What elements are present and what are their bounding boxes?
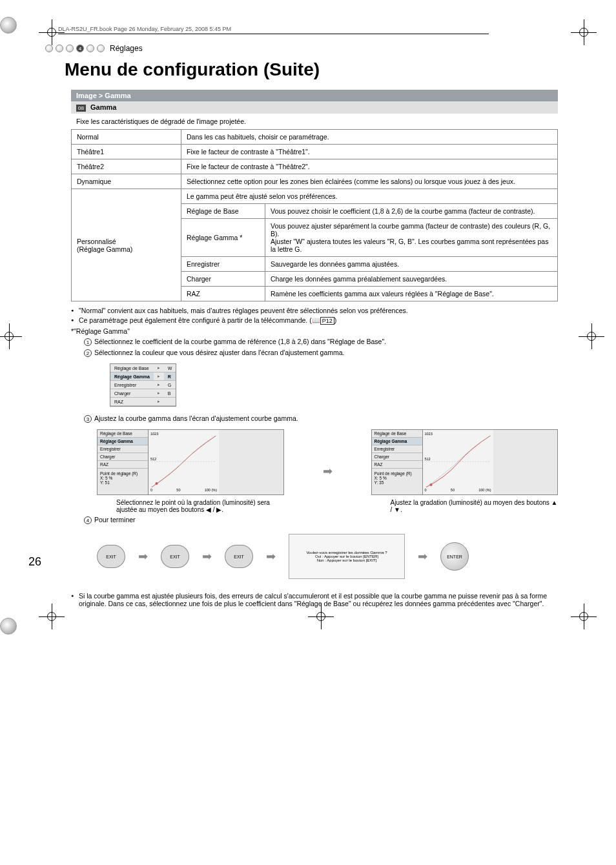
subopt-label: Enregistrer xyxy=(181,257,265,272)
save-dialog: Voulez-vous enregistrer les données Gamm… xyxy=(289,534,405,579)
note: Ce paramétrage peut également être confi… xyxy=(71,316,558,325)
menu-item: Réglage de Base xyxy=(98,430,148,438)
enter-button[interactable]: ENTER xyxy=(440,542,469,571)
subopt-desc: Charge les données gamma préalablement s… xyxy=(265,272,558,287)
subopt-label: Réglage Gamma * xyxy=(181,219,265,257)
table-row: Personnalisé (Réglage Gamma) Le gamma pe… xyxy=(72,189,558,204)
binder-ring xyxy=(0,17,17,34)
color-opt-selected: R xyxy=(164,372,176,381)
section-label: Réglages xyxy=(110,44,143,53)
dot-icon xyxy=(45,45,53,52)
star-note: *"Réglage Gamma" xyxy=(71,327,558,335)
section-number: 4 xyxy=(76,45,84,52)
opt-desc: Fixe le facteur de contraste à "Théâtre1… xyxy=(181,145,558,159)
subopt-label: Charger xyxy=(181,272,265,287)
y-axis-mid: 512 xyxy=(425,457,431,461)
point-info: Point de réglage (R) X: 5 % Y: 51 xyxy=(98,469,148,486)
table-row: Dynamique Sélectionnez cette option pour… xyxy=(72,174,558,189)
note: "Normal" convient aux cas habituels, mai… xyxy=(71,307,558,314)
arrow-right-icon: ➡ xyxy=(323,464,333,478)
dot-icon xyxy=(97,45,105,52)
dot-icon xyxy=(66,45,74,52)
page-ref: P12 xyxy=(320,317,334,325)
section-description: Fixe les caractéristiques de dégradé de … xyxy=(71,114,558,129)
gamma-graph-panel: Réglage de Base Réglage Gamma Enregistre… xyxy=(371,429,559,495)
subopt-desc: Vous pouvez ajuster séparément la courbe… xyxy=(265,219,558,257)
table-row: Théâtre2 Fixe le facteur de contraste à … xyxy=(72,159,558,174)
arrow-right-icon: ➡ xyxy=(266,549,276,564)
section-breadcrumb: 4 Réglages xyxy=(45,44,577,53)
opt-label: Dynamique xyxy=(72,174,181,189)
exit-button[interactable]: EXIT xyxy=(161,545,189,568)
menu-item: Enregistrer xyxy=(98,445,148,453)
svg-point-3 xyxy=(429,483,432,486)
table-row: Normal Dans les cas habituels, choisir c… xyxy=(72,130,558,145)
binder-ring xyxy=(0,618,17,635)
dot-icon xyxy=(87,45,94,52)
x-axis-mid: 50 xyxy=(176,488,180,492)
opt-label: Théâtre2 xyxy=(72,159,181,174)
sub-bar: 08 Gamma xyxy=(71,101,558,114)
chevron-right-icon: ▸ xyxy=(154,398,164,406)
subopt-label: RAZ xyxy=(181,287,265,301)
x-axis-min: 0 xyxy=(425,488,427,492)
ui-menu-panel: Réglage de Base▸W Réglage Gamma▸R Enregi… xyxy=(110,363,176,407)
menu-item-selected: Réglage Gamma xyxy=(372,438,422,445)
opt-label: Personnalisé (Réglage Gamma) xyxy=(72,189,181,301)
table-row: Théâtre1 Fixe le facteur de contraste à … xyxy=(72,145,558,159)
color-opt: W xyxy=(164,364,176,372)
page-title: Menu de configuration (Suite) xyxy=(65,59,577,80)
y-axis-mid: 512 xyxy=(150,457,156,461)
item-number-tag: 08 xyxy=(76,105,86,112)
graph-caption: Sélectionnez le point où la gradation (l… xyxy=(116,499,284,513)
opt-label: Normal xyxy=(72,130,181,145)
step: 4Pour terminer xyxy=(84,516,558,524)
crop-mark xyxy=(0,323,22,349)
menu-item: Enregistrer xyxy=(110,381,154,389)
menu-item: Charger xyxy=(110,389,154,398)
dialog-line: Non : Appuyer sur le bouton [EXIT] xyxy=(306,558,387,562)
book-header: DLA-RS2U_FR.book Page 26 Monday, Februar… xyxy=(58,26,489,34)
x-axis-max: 100 (%) xyxy=(478,488,491,492)
crop-mark xyxy=(579,323,604,349)
exit-button[interactable]: EXIT xyxy=(225,545,253,568)
menu-item: RAZ xyxy=(98,461,148,469)
crop-mark xyxy=(308,604,334,629)
point-info: Point de réglage (R) X: 5 % Y: 35 xyxy=(372,469,422,486)
crop-mark xyxy=(39,19,65,45)
menu-item-selected: Réglage Gamma xyxy=(98,438,148,445)
crop-mark xyxy=(571,604,597,629)
gamma-curve-chart xyxy=(150,436,217,487)
menu-item: Réglage de Base xyxy=(110,364,154,372)
gamma-curve-chart xyxy=(425,436,491,487)
page-number: 26 xyxy=(28,555,41,569)
menu-item: Charger xyxy=(372,453,422,461)
dot-icon xyxy=(56,45,63,52)
chevron-right-icon: ▸ xyxy=(154,381,164,389)
crop-mark xyxy=(571,19,597,45)
x-axis-mid: 50 xyxy=(451,488,455,492)
opt-desc: Sélectionnez cette option pour les zones… xyxy=(181,174,558,189)
options-table: Normal Dans les cas habituels, choisir c… xyxy=(71,129,558,301)
step: 1Sélectionnez le coefficient de la courb… xyxy=(84,338,558,346)
x-axis-max: 100 (%) xyxy=(205,488,217,492)
menu-item: Réglage de Base xyxy=(372,430,422,438)
opt-desc: Fixe le facteur de contraste à "Théâtre2… xyxy=(181,159,558,174)
exit-button[interactable]: EXIT xyxy=(97,545,125,568)
sub-bar-label: Gamma xyxy=(90,103,116,111)
opt-desc: Dans les cas habituels, choisir ce param… xyxy=(181,130,558,145)
page-ref-icon: 📖 xyxy=(312,316,320,324)
subopt-desc: Sauvegarde les données gamma ajustées. xyxy=(265,257,558,272)
menu-item: Enregistrer xyxy=(372,445,422,453)
crop-mark xyxy=(39,604,65,629)
chevron-right-icon: ▸ xyxy=(154,389,164,398)
opt-label: Théâtre1 xyxy=(72,145,181,159)
svg-point-1 xyxy=(156,482,158,485)
menu-item-selected: Réglage Gamma xyxy=(110,372,154,381)
graph-caption: Ajustez la gradation (luminosité) au moy… xyxy=(391,499,559,513)
menu-item: Charger xyxy=(98,453,148,461)
final-note: Si la courbe gamma est ajustée plusieurs… xyxy=(71,592,558,607)
color-opt: B xyxy=(164,389,176,398)
chevron-right-icon: ▸ xyxy=(154,372,164,381)
subopt-label: Réglage de Base xyxy=(181,204,265,219)
